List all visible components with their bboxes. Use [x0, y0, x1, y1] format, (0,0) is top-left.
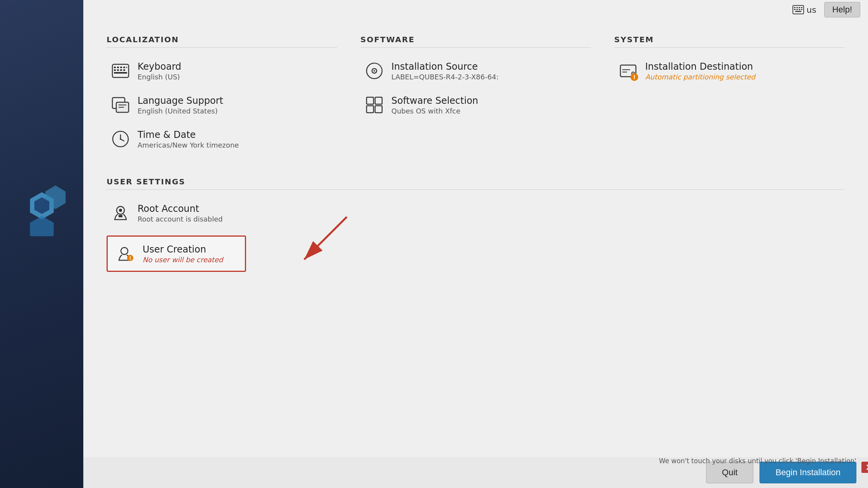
svg-rect-12	[801, 9, 803, 10]
software-section: SOFTWARE Installation Source LABEL=QUB	[360, 35, 591, 158]
system-title: SYSTEM	[614, 35, 845, 48]
user-creation-title: User Creation	[143, 244, 223, 255]
keyboard-subtitle: English (US)	[138, 73, 181, 81]
installation-source-title: Installation Source	[391, 61, 499, 72]
installation-destination-subtitle: Automatic partitioning selected	[645, 73, 755, 81]
root-account-icon	[110, 203, 131, 223]
svg-rect-19	[126, 67, 127, 68]
keyboard-title: Keyboard	[138, 61, 181, 72]
system-section: SYSTEM ! Installation D	[614, 35, 845, 158]
svg-rect-7	[799, 7, 800, 8]
user-creation-text: User Creation No user will be created	[143, 244, 223, 264]
language-setting-icon	[110, 95, 131, 115]
svg-rect-20	[114, 69, 116, 71]
keyboard-setting-icon	[110, 61, 131, 81]
user-creation-item[interactable]: ! User Creation No user will be created	[107, 235, 246, 272]
content-area: LOCALIZATION	[83, 19, 868, 488]
begin-installation-button[interactable]: Begin Installation	[760, 462, 856, 483]
svg-rect-24	[114, 72, 127, 74]
svg-rect-23	[123, 69, 125, 71]
svg-rect-6	[796, 7, 798, 8]
keyboard-icon	[792, 5, 804, 14]
svg-rect-37	[375, 97, 382, 104]
disc-setting-icon	[364, 61, 384, 81]
disk-setting-icon: !	[618, 61, 638, 81]
language-text: Language Support English (United States)	[138, 95, 223, 115]
svg-rect-11	[799, 9, 800, 10]
footer-text: We won't touch your disks until you clic…	[659, 457, 856, 465]
installation-source-text: Installation Source LABEL=QUBES-R4-2-3-X…	[391, 61, 499, 81]
svg-rect-13	[795, 11, 801, 12]
svg-rect-15	[114, 67, 116, 68]
software-title: SOFTWARE	[360, 35, 591, 48]
svg-rect-18	[123, 67, 125, 68]
time-date-text: Time & Date Americas/New York timezone	[138, 129, 239, 149]
sidebar	[0, 0, 83, 488]
installation-destination-item[interactable]: ! Installation Destination Automatic par…	[614, 55, 845, 86]
svg-rect-10	[796, 9, 798, 10]
language-subtitle: English (United States)	[138, 107, 223, 115]
installation-source-subtitle: LABEL=QUBES-R4-2-3-X86-64:	[391, 73, 499, 81]
localization-section: LOCALIZATION	[107, 35, 337, 158]
svg-point-32	[120, 138, 121, 140]
user-settings-section: USER SETTINGS Root Account Root account …	[107, 177, 845, 272]
language-title: Language Support	[138, 95, 223, 106]
installation-destination-text: Installation Destination Automatic parti…	[645, 61, 755, 81]
root-account-title: Root Account	[138, 203, 223, 214]
installation-source-item[interactable]: Installation Source LABEL=QUBES-R4-2-3-X…	[360, 55, 591, 86]
root-account-text: Root Account Root account is disabled	[138, 203, 223, 223]
svg-rect-16	[117, 67, 119, 68]
time-date-title: Time & Date	[138, 129, 239, 140]
keyboard-text: Keyboard English (US)	[138, 61, 181, 81]
svg-rect-17	[120, 67, 122, 68]
software-selection-subtitle: Qubes OS with Xfce	[391, 107, 478, 115]
time-date-subtitle: Americas/New York timezone	[138, 141, 239, 149]
warning-badge: !	[630, 73, 638, 81]
svg-rect-38	[367, 106, 374, 113]
sections-grid: LOCALIZATION	[107, 35, 845, 158]
svg-marker-2	[30, 216, 53, 237]
user-creation-subtitle: No user will be created	[143, 256, 223, 264]
svg-point-46	[119, 209, 122, 212]
help-button[interactable]: Help!	[824, 2, 860, 17]
software-selection-item[interactable]: Software Selection Qubes OS with Xfce	[360, 89, 591, 120]
root-account-item[interactable]: Root Account Root account is disabled	[107, 198, 246, 229]
main-content: us Help! LOCALIZATION	[83, 0, 868, 488]
svg-rect-21	[117, 69, 119, 71]
software-selection-title: Software Selection	[391, 95, 478, 106]
installation-destination-title: Installation Destination	[645, 61, 755, 72]
svg-text:!: !	[129, 256, 131, 261]
svg-point-35	[374, 70, 375, 72]
quit-button[interactable]: Quit	[706, 462, 753, 483]
language-support-item[interactable]: Language Support English (United States)	[107, 89, 337, 120]
svg-rect-47	[119, 215, 122, 217]
svg-rect-39	[375, 106, 382, 113]
svg-rect-5	[794, 7, 796, 8]
clock-setting-icon	[110, 129, 131, 149]
svg-rect-22	[120, 69, 122, 71]
keyboard-indicator: us	[792, 5, 816, 15]
svg-point-48	[121, 247, 128, 254]
user-settings-title: USER SETTINGS	[107, 177, 845, 190]
localization-title: LOCALIZATION	[107, 35, 337, 48]
software-selection-text: Software Selection Qubes OS with Xfce	[391, 95, 478, 115]
logo	[15, 182, 69, 244]
xda-watermark: XDA	[861, 462, 868, 473]
time-date-item[interactable]: Time & Date Americas/New York timezone	[107, 124, 337, 155]
svg-rect-9	[794, 9, 796, 10]
root-account-subtitle: Root account is disabled	[138, 215, 223, 223]
user-creation-icon: !	[115, 244, 136, 264]
svg-rect-36	[367, 97, 374, 104]
topbar: us Help!	[83, 0, 868, 19]
keyboard-lang-label: us	[806, 5, 816, 15]
software-setting-icon	[364, 95, 384, 115]
keyboard-item[interactable]: Keyboard English (US)	[107, 55, 337, 86]
svg-rect-8	[801, 7, 803, 8]
